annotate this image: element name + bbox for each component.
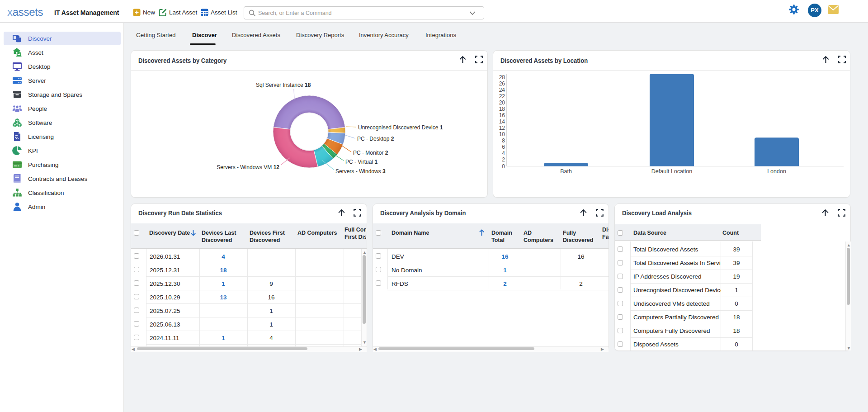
svg-text:Sql Server Instance 18: Sql Server Instance 18 <box>256 82 311 88</box>
svg-text:22: 22 <box>499 93 505 99</box>
svg-text:2: 2 <box>502 156 505 163</box>
svg-text:12: 12 <box>499 125 505 131</box>
svg-text:Servers - Windows VM 12: Servers - Windows VM 12 <box>217 164 279 170</box>
svg-text:18: 18 <box>499 106 505 112</box>
svg-text:28: 28 <box>499 74 505 81</box>
svg-text:PC - Desktop 2: PC - Desktop 2 <box>357 136 394 142</box>
svg-text:26: 26 <box>499 81 505 87</box>
svg-text:6: 6 <box>502 144 505 150</box>
svg-text:8: 8 <box>502 137 505 144</box>
svg-text:PC - Virtual 1: PC - Virtual 1 <box>345 159 377 165</box>
svg-text:20: 20 <box>499 99 505 106</box>
svg-text:14: 14 <box>499 118 505 125</box>
svg-text:24: 24 <box>499 87 505 93</box>
svg-text:10: 10 <box>499 131 505 137</box>
svg-text:16: 16 <box>499 112 505 118</box>
svg-text:PC - Monitor 2: PC - Monitor 2 <box>353 150 388 156</box>
svg-text:Default Location: Default Location <box>651 168 692 175</box>
svg-text:4: 4 <box>502 150 505 156</box>
svg-text:Bath: Bath <box>560 168 572 175</box>
svg-text:0: 0 <box>502 163 505 170</box>
svg-text:Unrecognised Discovered Device: Unrecognised Discovered Device 1 <box>358 124 443 131</box>
svg-text:Servers - Windows 3: Servers - Windows 3 <box>335 168 386 175</box>
svg-text:London: London <box>767 168 786 175</box>
